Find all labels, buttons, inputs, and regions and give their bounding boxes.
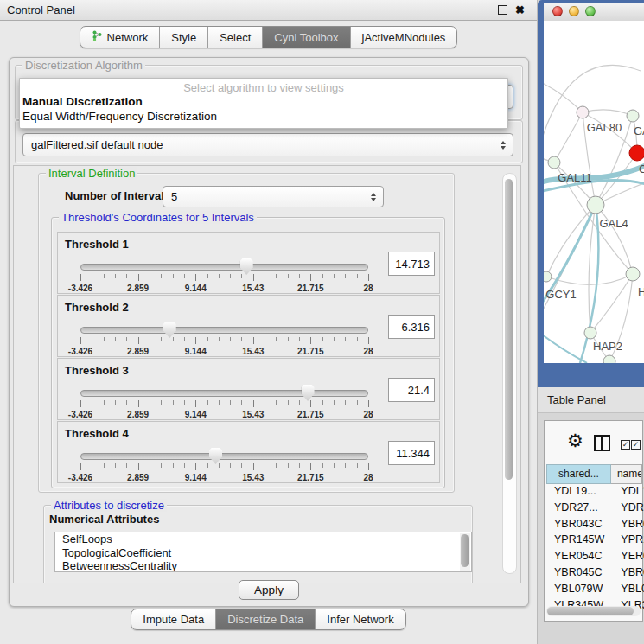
attributes-group: Attributes to discretize Numerical Attri… [43, 505, 473, 583]
columns-icon[interactable] [594, 435, 610, 451]
network-node-h[interactable] [626, 267, 640, 281]
network-edge[interactable] [596, 205, 633, 274]
table-row[interactable]: YBR045CYBR0 [546, 566, 644, 583]
table-cell: YPR145W [546, 533, 616, 550]
node-label: HAP2 [593, 340, 622, 353]
tab-discretize-data[interactable]: Discretize Data [215, 609, 315, 629]
slider-thumb[interactable] [163, 322, 176, 338]
tick-label: -3.426 [68, 473, 92, 482]
network-node-gal11[interactable] [548, 156, 560, 169]
threshold-value-field[interactable]: 14.713 [388, 252, 435, 276]
network-icon [92, 30, 103, 44]
zoom-traffic-light-icon[interactable] [585, 6, 596, 16]
threshold-value-field[interactable]: 21.4 [388, 378, 435, 402]
network-window: GAL80GACGAL11GAL4GCY1HHAP2 [538, 0, 644, 387]
algorithm-options: Manual DiscretizationEqual Width/Frequen… [20, 94, 507, 124]
vertical-scrollbar-thumb[interactable] [505, 179, 513, 480]
network-edge[interactable] [544, 81, 583, 112]
num-intervals-combobox[interactable]: 5 [163, 186, 384, 207]
tab-label: Impute Data [143, 613, 204, 626]
tab-select[interactable]: Select [207, 27, 262, 48]
network-node-hap2[interactable] [584, 327, 596, 339]
tab-infer-network[interactable]: Infer Network [315, 609, 405, 629]
network-node-gal80[interactable] [577, 106, 589, 118]
table-cell: YDL19... [546, 485, 616, 501]
network-node-ga[interactable] [627, 110, 639, 122]
algorithm-placeholder-option: Select algorithm to view settings [20, 79, 507, 94]
major-tick [195, 337, 196, 344]
list-scrollbar[interactable] [460, 533, 470, 571]
vertical-scrollbar[interactable] [502, 173, 517, 574]
slider-track[interactable] [80, 264, 368, 271]
network-canvas[interactable]: GAL80GACGAL11GAL4GCY1HHAP2 [544, 21, 644, 363]
table-cell: YDR2 [616, 501, 644, 518]
close-icon[interactable]: ✖ [515, 4, 525, 16]
tick-label: 9.144 [185, 410, 207, 419]
slider-thumb[interactable] [240, 258, 253, 275]
table-row[interactable]: YPR145WYPR1 [546, 533, 644, 550]
network-edge[interactable] [554, 112, 583, 163]
table-cell: YBR0 [616, 518, 644, 534]
threshold-value-field[interactable]: 6.316 [388, 315, 435, 339]
tick-label: -3.426 [68, 284, 92, 293]
table-row[interactable]: YDR27...YDR2 [546, 501, 644, 518]
tab-network[interactable]: Network [80, 27, 160, 48]
network-edge[interactable] [583, 110, 633, 116]
tick-label: 2.859 [127, 347, 149, 356]
slider-thumb[interactable] [209, 448, 222, 464]
tab-cyni-toolbox[interactable]: Cyni Toolbox [262, 27, 349, 48]
attribute-item-selfloops[interactable]: SelfLoops [55, 532, 471, 546]
close-traffic-light-icon[interactable] [552, 6, 563, 16]
network-node-c[interactable] [629, 145, 644, 161]
threshold-slider[interactable]: -3.4262.8599.14415.4321.71528 [80, 327, 368, 334]
slider-track[interactable] [80, 453, 368, 460]
float-window-icon[interactable] [498, 5, 507, 15]
table-row[interactable]: YBL079WYBL0 [546, 583, 644, 599]
list-scrollbar-thumb[interactable] [461, 534, 469, 567]
threshold-slider[interactable]: -3.4262.8599.14415.4321.71528 [80, 264, 368, 271]
threshold-slider[interactable]: -3.4262.8599.14415.4321.71528 [80, 390, 368, 397]
network-node-gcy1[interactable] [544, 271, 552, 282]
table-data-combobox[interactable]: galFiltered.sif default node [22, 133, 513, 156]
checkbox-icon[interactable]: ✓ [621, 440, 630, 450]
horizontal-scrollbar-thumb[interactable] [547, 607, 634, 615]
table-row[interactable]: YBR043CYBR0 [546, 518, 644, 534]
major-tick [310, 274, 311, 281]
minimize-traffic-light-icon[interactable] [569, 6, 579, 16]
gear-icon[interactable]: ⚙ [567, 431, 583, 450]
algorithm-group-label: Discretization Algorithm [22, 59, 145, 72]
tab-jactivemnodules[interactable]: jActiveMNodules [350, 27, 457, 48]
threshold-label: Threshold 4 [65, 427, 129, 440]
major-tick [368, 274, 369, 281]
apply-button[interactable]: Apply [239, 580, 299, 600]
table-row[interactable]: YDL19...YDL1 [546, 485, 644, 501]
network-node-gal4[interactable] [587, 196, 604, 214]
tab-impute-data[interactable]: Impute Data [131, 609, 215, 629]
major-tick [195, 463, 196, 470]
tick-label: 21.715 [297, 284, 324, 293]
checkbox-icon[interactable]: ✓ [631, 440, 641, 450]
attribute-item-betweennesscentrality[interactable]: BetweennessCentrality [55, 559, 471, 572]
algorithm-option-equal-width-frequency-discretization[interactable]: Equal Width/Frequency Discretization [20, 109, 507, 124]
algorithm-option-manual-discretization[interactable]: Manual Discretization [20, 94, 507, 109]
table-cell: YBL079W [546, 583, 616, 599]
table-row[interactable]: YER054CYER0 [546, 550, 644, 566]
numerical-attributes-label: Numerical Attributes [49, 513, 159, 526]
titlebar-icons: ✖ [498, 0, 525, 20]
threshold-slider[interactable]: -3.4262.8599.14415.4321.71528 [80, 453, 368, 460]
major-tick [310, 337, 311, 344]
slider-track[interactable] [80, 390, 368, 397]
column-header-name[interactable]: name [611, 464, 642, 484]
node-label: GAL11 [558, 171, 592, 184]
attribute-item-topologicalcoefficient[interactable]: TopologicalCoefficient [55, 546, 471, 560]
slider-thumb[interactable] [302, 385, 315, 401]
network-node[interactable] [603, 355, 615, 363]
column-header-shared-[interactable]: shared... [546, 464, 611, 484]
horizontal-scrollbar[interactable] [546, 606, 641, 616]
slider-track[interactable] [80, 327, 368, 334]
numerical-attributes-list[interactable]: SelfLoopsTopologicalCoefficientBetweenne… [54, 532, 472, 572]
control-panel: Control Panel ✖ NetworkStyleSelectCyni T… [0, 0, 538, 644]
threshold-value-field[interactable]: 11.344 [388, 441, 435, 465]
tab-style[interactable]: Style [159, 27, 207, 48]
tick-label: 15.43 [242, 284, 264, 293]
